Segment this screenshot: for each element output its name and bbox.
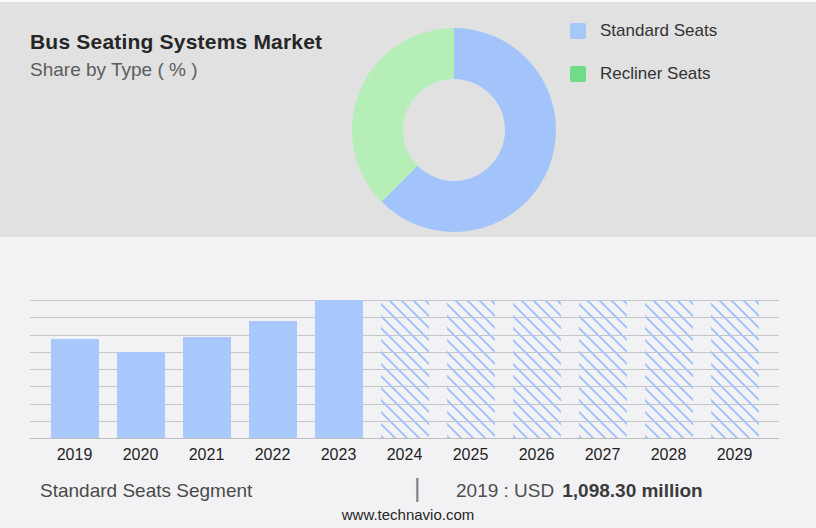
footer-separator: | xyxy=(414,474,421,503)
segment-stat: 2019 : USD1,098.30 million xyxy=(456,480,703,502)
x-axis-label-2024: 2024 xyxy=(372,446,438,464)
bar-2022 xyxy=(249,321,297,438)
website-url: www.technavio.com xyxy=(0,506,816,523)
x-axis-label-2029: 2029 xyxy=(702,446,768,464)
legend-label: Recliner Seats xyxy=(600,64,711,84)
page-subtitle: Share by Type ( % ) xyxy=(30,59,198,81)
bar-2019 xyxy=(51,339,99,438)
forecast-bar-2024 xyxy=(381,300,429,438)
stat-value: 1,098.30 million xyxy=(562,480,702,501)
segment-label: Standard Seats Segment xyxy=(40,480,252,502)
x-axis-label-2022: 2022 xyxy=(240,446,306,464)
x-axis-label-2027: 2027 xyxy=(570,446,636,464)
x-axis-label-2020: 2020 xyxy=(108,446,174,464)
forecast-bar-2026 xyxy=(513,300,561,438)
donut-hole xyxy=(403,79,505,181)
legend-label: Standard Seats xyxy=(600,21,717,41)
bar-plot: 2019202020212022202320242025202620272028… xyxy=(30,300,779,438)
bar-2020 xyxy=(117,352,165,438)
bar-2023 xyxy=(315,300,363,438)
legend-swatch-recliner-seats xyxy=(570,66,586,82)
x-axis-label-2023: 2023 xyxy=(306,446,372,464)
forecast-bar-2029 xyxy=(711,300,759,438)
x-axis-label-2019: 2019 xyxy=(42,446,108,464)
forecast-bar-2025 xyxy=(447,300,495,438)
bar-2021 xyxy=(183,337,231,438)
stat-prefix: 2019 : USD xyxy=(456,480,554,501)
header-section: Bus Seating Systems Market Share by Type… xyxy=(0,2,816,237)
legend-item-recliner-seats: Recliner Seats xyxy=(570,64,717,84)
x-axis-label-2028: 2028 xyxy=(636,446,702,464)
legend-item-standard-seats: Standard Seats xyxy=(570,21,717,41)
forecast-bar-2027 xyxy=(579,300,627,438)
donut-chart xyxy=(352,28,556,232)
x-axis-label-2021: 2021 xyxy=(174,446,240,464)
forecast-bar-2028 xyxy=(645,300,693,438)
x-axis-label-2026: 2026 xyxy=(504,446,570,464)
page-title: Bus Seating Systems Market xyxy=(30,30,322,54)
x-axis-line xyxy=(30,438,779,439)
chart-legend: Standard Seats Recliner Seats xyxy=(570,21,717,107)
bar-chart-section: 2019202020212022202320242025202620272028… xyxy=(0,237,816,528)
legend-swatch-standard-seats xyxy=(570,23,586,39)
x-axis-label-2025: 2025 xyxy=(438,446,504,464)
